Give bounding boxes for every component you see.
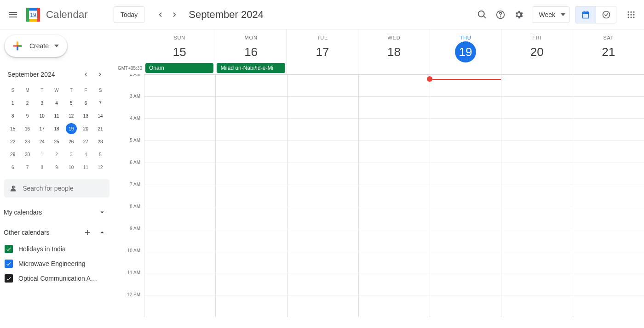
day-header[interactable]: WED 18 xyxy=(358,29,429,62)
my-calendars-toggle[interactable] xyxy=(97,207,108,218)
calendar-item[interactable]: Holidays in India xyxy=(4,242,109,256)
mini-day-button[interactable]: 10 xyxy=(66,162,77,173)
allday-cell[interactable] xyxy=(573,62,644,74)
mini-day-button[interactable]: 11 xyxy=(80,162,91,173)
day-header[interactable]: SAT 21 xyxy=(573,29,644,62)
google-apps-button[interactable] xyxy=(622,6,640,24)
mini-day-button[interactable]: 20 xyxy=(80,123,91,134)
day-header[interactable]: TUE 17 xyxy=(287,29,358,62)
mini-day-button[interactable]: 13 xyxy=(80,110,91,121)
mini-day-button[interactable]: 8 xyxy=(36,162,47,173)
settings-button[interactable] xyxy=(510,6,528,24)
day-column[interactable] xyxy=(358,74,430,317)
create-button[interactable]: Create xyxy=(5,35,67,57)
calendar-checkbox[interactable] xyxy=(5,245,13,253)
mini-day: 8 xyxy=(34,161,49,174)
support-button[interactable] xyxy=(491,6,510,24)
day-header[interactable]: FRI 20 xyxy=(501,29,572,62)
mini-day-button[interactable]: 3 xyxy=(66,149,77,160)
mini-day-button[interactable]: 11 xyxy=(51,110,62,121)
search-button[interactable] xyxy=(473,6,491,24)
mini-day-button[interactable]: 28 xyxy=(95,136,106,147)
mini-day-button[interactable]: 12 xyxy=(95,162,106,173)
mini-day-button[interactable]: 8 xyxy=(7,110,18,121)
allday-event[interactable]: Onam xyxy=(145,63,213,73)
mini-day-button[interactable]: 7 xyxy=(95,97,106,108)
day-column[interactable] xyxy=(430,74,501,317)
allday-cell[interactable] xyxy=(358,62,429,74)
mini-day-button[interactable]: 17 xyxy=(36,123,47,134)
mini-day-button[interactable]: 15 xyxy=(7,123,18,134)
view-switcher[interactable]: Week xyxy=(532,6,569,23)
mini-day-button[interactable]: 6 xyxy=(80,97,91,108)
day-header[interactable]: SUN 15 xyxy=(144,29,215,62)
svg-point-9 xyxy=(603,11,610,18)
svg-text:19: 19 xyxy=(30,12,36,18)
hour-gridline xyxy=(144,163,644,163)
calendar-view-button[interactable] xyxy=(575,6,596,23)
tasks-view-button[interactable] xyxy=(596,6,616,23)
mini-day-button[interactable]: 7 xyxy=(22,162,33,173)
search-people[interactable] xyxy=(4,179,109,198)
calendar-item[interactable]: Microwave Engineering xyxy=(4,256,109,271)
prev-week-button[interactable] xyxy=(153,7,167,22)
mini-day: 14 xyxy=(93,109,108,122)
mini-day-button[interactable]: 9 xyxy=(22,110,33,121)
mini-day-button[interactable]: 14 xyxy=(95,110,106,121)
allday-cell[interactable] xyxy=(501,62,572,74)
other-calendars-toggle[interactable] xyxy=(97,227,108,238)
allday-event[interactable]: Milad un-Nabi/Id-e-Mi xyxy=(217,63,285,73)
day-column[interactable] xyxy=(573,74,644,317)
mini-day-button[interactable]: 2 xyxy=(22,97,33,108)
day-header[interactable]: THU 19 xyxy=(430,29,501,62)
svg-point-14 xyxy=(630,14,632,15)
calendar-checkbox[interactable] xyxy=(5,274,13,283)
main-menu-button[interactable] xyxy=(4,6,22,24)
mini-day-button[interactable]: 4 xyxy=(80,149,91,160)
mini-day-button[interactable]: 24 xyxy=(36,136,47,147)
mini-day-button[interactable]: 1 xyxy=(36,149,47,160)
mini-day-button[interactable]: 6 xyxy=(7,162,18,173)
mini-day-button[interactable]: 4 xyxy=(51,97,62,108)
allday-cell[interactable] xyxy=(430,62,501,74)
today-button[interactable]: Today xyxy=(114,6,144,23)
day-column[interactable] xyxy=(215,74,287,317)
mini-next-month-button[interactable] xyxy=(94,68,107,81)
mini-day-button[interactable]: 1 xyxy=(7,97,18,108)
mini-day-button[interactable]: 25 xyxy=(51,136,62,147)
mini-day-button[interactable]: 19 xyxy=(66,123,77,134)
mini-day-button[interactable]: 30 xyxy=(22,149,33,160)
allday-cell[interactable]: Milad un-Nabi/Id-e-Mi xyxy=(215,62,286,74)
allday-cell[interactable] xyxy=(287,62,358,74)
mini-day-button[interactable]: 5 xyxy=(66,97,77,108)
mini-day-button[interactable]: 9 xyxy=(51,162,62,173)
mini-day-button[interactable]: 23 xyxy=(22,136,33,147)
mini-day-button[interactable]: 10 xyxy=(36,110,47,121)
mini-day-button[interactable]: 16 xyxy=(22,123,33,134)
calendar-item[interactable]: Optical Communication A… xyxy=(4,271,109,286)
search-people-input[interactable] xyxy=(23,185,104,192)
mini-day-button[interactable]: 2 xyxy=(51,149,62,160)
mini-day-button[interactable]: 18 xyxy=(51,123,62,134)
svg-point-10 xyxy=(628,11,629,12)
allday-cell[interactable]: Onam xyxy=(144,62,215,74)
day-column[interactable] xyxy=(287,74,358,317)
hour-label: 4 AM xyxy=(118,116,144,138)
mini-day-button[interactable]: 21 xyxy=(95,123,106,134)
day-header[interactable]: MON 16 xyxy=(215,29,286,62)
mini-day-button[interactable]: 12 xyxy=(66,110,77,121)
mini-dow: S xyxy=(6,84,20,96)
add-calendar-button[interactable] xyxy=(82,227,93,238)
mini-day-button[interactable]: 27 xyxy=(80,136,91,147)
day-column[interactable] xyxy=(501,74,572,317)
calendar-checkbox[interactable] xyxy=(5,260,13,268)
mini-day-button[interactable]: 5 xyxy=(95,149,106,160)
mini-day-button[interactable]: 3 xyxy=(36,97,47,108)
mini-prev-month-button[interactable] xyxy=(79,68,92,81)
day-column[interactable] xyxy=(144,74,215,317)
mini-day-button[interactable]: 22 xyxy=(7,136,18,147)
mini-day-button[interactable]: 29 xyxy=(7,149,18,160)
next-week-button[interactable] xyxy=(167,7,182,22)
mini-day-button[interactable]: 26 xyxy=(66,136,77,147)
time-grid[interactable]: 2 AM3 AM4 AM5 AM6 AM7 AM8 AM9 AM10 AM11 … xyxy=(118,74,644,328)
